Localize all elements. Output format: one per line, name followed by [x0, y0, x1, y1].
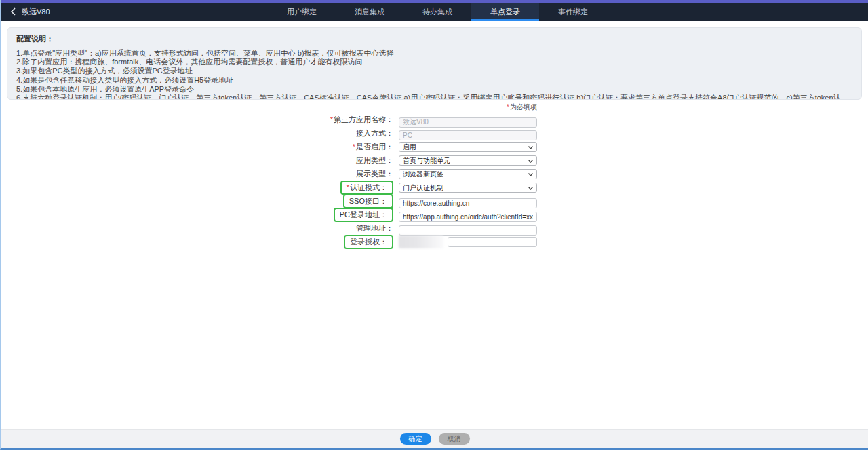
required-asterisk: * — [330, 115, 333, 124]
required-asterisk: * — [347, 183, 349, 191]
app-type-select[interactable]: 首页与功能单元 — [399, 155, 537, 166]
instruction-line-2: 2.除了内置应用：携程商旅、formtalk、电话会议外，其他应用均需要配置授权… — [16, 58, 852, 67]
app-type-label: 应用类型： — [356, 155, 393, 166]
display-type-label-cell: 展示类型： — [1, 169, 393, 179]
form-row-login-authorization: 登录授权： — [1, 237, 537, 247]
pc-login-url-label-highlighted: PC登录地址： — [334, 208, 393, 222]
header-bar: 致远V80 用户绑定消息集成待办集成单点登录事件绑定 — [1, 3, 868, 21]
instruction-line-6: 6.支持六种登录认证机制：用户/密码认证、门户认证、第三方token认证、第三方… — [16, 94, 852, 100]
tab-bar: 用户绑定消息集成待办集成单点登录事件绑定 — [268, 3, 607, 21]
instruction-line-1: 1.单点登录"应用类型"：a)应用系统首页，支持形式访问，包括空间、菜单、应用中… — [16, 49, 852, 58]
instructions-title: 配置说明： — [16, 34, 852, 44]
login-authorization-label-cell: 登录授权： — [1, 235, 393, 249]
sso-interface-label-highlighted: SSO接口： — [343, 194, 393, 208]
third-party-app-name-label: *第三方应用名称： — [330, 115, 393, 125]
form-row-pc-login-url: PC登录地址： — [1, 210, 537, 220]
enabled-select[interactable]: 启用 — [399, 142, 537, 152]
tab-sso[interactable]: 单点登录 — [471, 3, 539, 21]
display-type-select[interactable]: 浏览器新页签 — [399, 169, 537, 179]
enabled-selected-value: 启用 — [403, 143, 416, 152]
pc-login-url-label-cell: PC登录地址： — [1, 208, 393, 222]
app-window: 致远V80 用户绑定消息集成待办集成单点登录事件绑定 配置说明： 1.单点登录"… — [0, 0, 868, 450]
access-mode-label: 接入方式： — [356, 128, 393, 138]
sso-interface-control — [399, 196, 537, 206]
app-type-selected-value: 首页与功能单元 — [403, 156, 450, 166]
footer-bar: 确定 取消 — [1, 429, 868, 448]
third-party-app-name-input — [399, 117, 537, 128]
tab-todo-integration[interactable]: 待办集成 — [403, 3, 471, 21]
auth-mode-label-cell: *认证模式： — [1, 181, 393, 195]
required-note-text: 为必填项 — [510, 103, 537, 111]
enabled-control: 启用 — [399, 142, 537, 152]
third-party-app-name-control — [399, 115, 537, 125]
instruction-line-3: 3.如果包含PC类型的接入方式，必须设置PC登录地址 — [16, 67, 852, 75]
admin-url-control — [399, 223, 537, 233]
pc-login-url-input[interactable] — [399, 212, 537, 222]
display-type-control: 浏览器新页签 — [399, 169, 537, 179]
instructions-list: 1.单点登录"应用类型"：a)应用系统首页，支持形式访问，包括空间、菜单、应用中… — [16, 49, 852, 100]
sso-interface-label-cell: SSO接口： — [1, 194, 393, 208]
pc-login-url-control — [399, 210, 537, 220]
instruction-line-5: 5.如果包含本地原生应用，必须设置原生APP登录命令 — [16, 85, 852, 94]
admin-url-input[interactable] — [399, 225, 537, 236]
auth-mode-control: 门户认证机制 — [399, 183, 537, 193]
third-party-app-name-label-cell: *第三方应用名称： — [1, 115, 393, 125]
admin-url-label: 管理地址： — [356, 223, 393, 233]
form-row-auth-mode: *认证模式：门户认证机制 — [1, 183, 537, 193]
window-title: 致远V80 — [22, 7, 50, 17]
auth-mode-label-highlighted: *认证模式： — [340, 181, 393, 195]
form-row-sso-interface: SSO接口： — [1, 196, 537, 206]
sso-interface-input[interactable] — [399, 198, 537, 208]
display-type-selected-value: 浏览器新页签 — [403, 170, 443, 179]
login-authorization-redacted-area — [399, 237, 537, 247]
config-instructions-panel: 配置说明： 1.单点登录"应用类型"：a)应用系统首页，支持形式访问，包括空间、… — [7, 27, 862, 100]
form-row-third-party-app-name: *第三方应用名称： — [1, 115, 537, 125]
enabled-label-cell: *是否启用： — [1, 142, 393, 152]
auth-mode-select[interactable]: 门户认证机制 — [399, 183, 537, 193]
app-type-control: 首页与功能单元 — [399, 155, 537, 166]
tab-message-integration[interactable]: 消息集成 — [336, 3, 403, 21]
chevron-down-icon — [528, 184, 533, 191]
back-button[interactable]: 致远V80 — [10, 7, 50, 17]
auth-mode-selected-value: 门户认证机制 — [403, 183, 443, 193]
required-note: *为必填项 — [1, 102, 537, 111]
form-row-enabled: *是否启用：启用 — [1, 142, 537, 152]
back-chevron-icon — [10, 7, 16, 17]
access-mode-input — [399, 130, 537, 140]
chevron-down-icon — [528, 170, 533, 178]
sso-config-form: *为必填项 *第三方应用名称：接入方式：*是否启用：启用应用类型：首页与功能单元… — [1, 102, 537, 250]
login-authorization-redacted-content — [399, 236, 443, 248]
confirm-button[interactable]: 确定 — [400, 433, 431, 445]
access-mode-label-cell: 接入方式： — [1, 128, 393, 138]
required-note-asterisk: * — [507, 103, 509, 111]
display-type-label: 展示类型： — [356, 169, 393, 179]
login-authorization-label-highlighted: 登录授权： — [344, 235, 393, 249]
enabled-label: *是否启用： — [353, 142, 393, 152]
form-row-admin-url: 管理地址： — [1, 223, 537, 233]
access-mode-control — [399, 128, 537, 138]
login-authorization-control — [399, 237, 537, 247]
form-row-display-type: 展示类型：浏览器新页签 — [1, 169, 537, 179]
chevron-down-icon — [528, 157, 533, 164]
required-asterisk: * — [353, 143, 355, 151]
chevron-down-icon — [528, 143, 533, 151]
cancel-button[interactable]: 取消 — [439, 433, 470, 445]
form-row-access-mode: 接入方式： — [1, 128, 537, 138]
tab-user-binding[interactable]: 用户绑定 — [268, 3, 336, 21]
form-row-app-type: 应用类型：首页与功能单元 — [1, 155, 537, 166]
login-authorization-input[interactable] — [448, 237, 537, 247]
instruction-line-4: 4.如果是包含任意移动接入类型的接入方式，必须设置H5登录地址 — [16, 76, 852, 85]
tab-event-binding[interactable]: 事件绑定 — [539, 3, 607, 21]
app-type-label-cell: 应用类型： — [1, 155, 393, 166]
admin-url-label-cell: 管理地址： — [1, 223, 393, 233]
